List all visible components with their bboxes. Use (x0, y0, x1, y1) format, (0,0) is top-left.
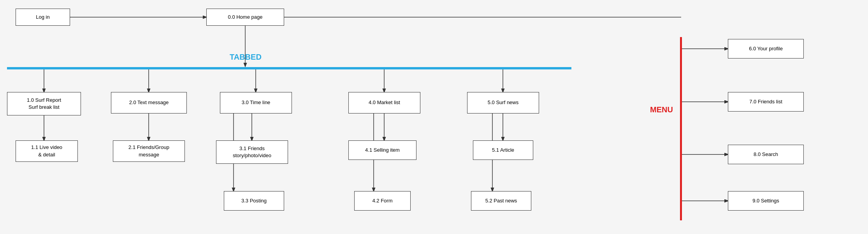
node-21: 2.1 Friends/Group message (113, 140, 185, 162)
menu-label: MENU (650, 105, 673, 114)
node-70: 7.0 Friends list (728, 92, 804, 112)
node-51: 5.1 Article (473, 140, 533, 160)
node-11: 1.1 Live video & detail (16, 140, 78, 162)
tabbed-label: TABBED (230, 53, 262, 62)
node-30: 3.0 Time line (220, 92, 292, 113)
node-40: 4.0 Market list (348, 92, 420, 113)
node-50: 5.0 Surf news (467, 92, 539, 113)
node-42: 4.2 Form (354, 191, 411, 211)
node-60: 6.0 Your profile (728, 39, 804, 58)
menu-bar (680, 37, 682, 220)
node-login: Log in (16, 9, 70, 26)
diagram: TABBED MENU Log in 0.0 Home page 1.0 Sur… (0, 0, 868, 234)
node-52: 5.2 Past news (471, 191, 531, 211)
node-20: 2.0 Text message (111, 92, 187, 113)
node-10: 1.0 Surf Report Surf break list (7, 92, 81, 115)
tabbed-bar (7, 67, 571, 69)
node-home: 0.0 Home page (206, 9, 284, 26)
node-31: 3.1 Friends story/photo/video (216, 140, 288, 164)
node-80: 8.0 Search (728, 145, 804, 164)
node-33: 3.3 Posting (224, 191, 284, 211)
node-41: 4.1 Selling item (348, 140, 416, 160)
node-90: 9.0 Settings (728, 191, 804, 211)
